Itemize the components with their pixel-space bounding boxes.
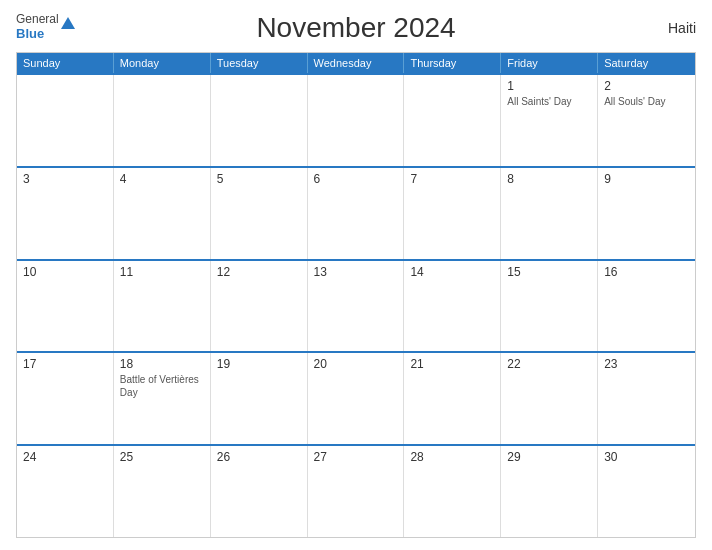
calendar-day-cell: 11 (114, 261, 211, 352)
logo: General Blue (16, 12, 75, 41)
calendar-week-row: 24252627282930 (17, 444, 695, 537)
day-number: 11 (120, 265, 204, 279)
logo-general: General (16, 12, 59, 26)
calendar-day-cell: 21 (404, 353, 501, 444)
day-number: 25 (120, 450, 204, 464)
calendar-day-cell: 18Battle of Vertières Day (114, 353, 211, 444)
day-number: 16 (604, 265, 689, 279)
weekday-header-cell: Tuesday (211, 53, 308, 73)
calendar-day-cell: 29 (501, 446, 598, 537)
calendar-day-cell: 15 (501, 261, 598, 352)
weekday-header-cell: Sunday (17, 53, 114, 73)
calendar-day-cell: 23 (598, 353, 695, 444)
calendar-day-cell (404, 75, 501, 166)
weekday-header-cell: Saturday (598, 53, 695, 73)
calendar-day-cell: 5 (211, 168, 308, 259)
logo-blue: Blue (16, 26, 59, 41)
calendar-week-row: 3456789 (17, 166, 695, 259)
day-number: 22 (507, 357, 591, 371)
day-number: 5 (217, 172, 301, 186)
calendar-day-cell: 19 (211, 353, 308, 444)
calendar-grid: SundayMondayTuesdayWednesdayThursdayFrid… (16, 52, 696, 538)
calendar-body: 1All Saints' Day2All Souls' Day345678910… (17, 73, 695, 537)
day-number: 30 (604, 450, 689, 464)
calendar-day-cell: 6 (308, 168, 405, 259)
day-number: 2 (604, 79, 689, 93)
logo-chevron-icon (61, 17, 75, 29)
calendar-day-cell: 25 (114, 446, 211, 537)
calendar-day-cell (211, 75, 308, 166)
day-number: 10 (23, 265, 107, 279)
calendar-day-cell: 10 (17, 261, 114, 352)
logo-text: General Blue (16, 12, 59, 41)
calendar-day-cell: 7 (404, 168, 501, 259)
day-number: 18 (120, 357, 204, 371)
weekday-header-cell: Wednesday (308, 53, 405, 73)
day-number: 27 (314, 450, 398, 464)
calendar-day-cell: 14 (404, 261, 501, 352)
day-event: Battle of Vertières Day (120, 373, 204, 399)
calendar-day-cell: 24 (17, 446, 114, 537)
calendar-day-cell: 12 (211, 261, 308, 352)
page: General Blue November 2024 Haiti SundayM… (0, 0, 712, 550)
day-number: 21 (410, 357, 494, 371)
day-number: 1 (507, 79, 591, 93)
calendar-day-cell: 20 (308, 353, 405, 444)
calendar-day-cell (114, 75, 211, 166)
day-number: 23 (604, 357, 689, 371)
calendar-day-cell: 17 (17, 353, 114, 444)
day-number: 26 (217, 450, 301, 464)
country-label: Haiti (668, 20, 696, 36)
calendar-day-cell: 27 (308, 446, 405, 537)
calendar-day-cell (308, 75, 405, 166)
weekday-header-cell: Monday (114, 53, 211, 73)
calendar-week-row: 1718Battle of Vertières Day1920212223 (17, 351, 695, 444)
day-number: 9 (604, 172, 689, 186)
calendar-day-cell (17, 75, 114, 166)
calendar-week-row: 1All Saints' Day2All Souls' Day (17, 73, 695, 166)
day-number: 6 (314, 172, 398, 186)
calendar-day-cell: 9 (598, 168, 695, 259)
calendar-day-cell: 3 (17, 168, 114, 259)
calendar-day-cell: 4 (114, 168, 211, 259)
calendar-header: General Blue November 2024 Haiti (16, 12, 696, 44)
weekday-header-row: SundayMondayTuesdayWednesdayThursdayFrid… (17, 53, 695, 73)
day-number: 12 (217, 265, 301, 279)
weekday-header-cell: Thursday (404, 53, 501, 73)
calendar-day-cell: 1All Saints' Day (501, 75, 598, 166)
day-number: 19 (217, 357, 301, 371)
day-number: 7 (410, 172, 494, 186)
weekday-header-cell: Friday (501, 53, 598, 73)
day-number: 14 (410, 265, 494, 279)
calendar-day-cell: 13 (308, 261, 405, 352)
calendar-day-cell: 8 (501, 168, 598, 259)
day-number: 4 (120, 172, 204, 186)
calendar-week-row: 10111213141516 (17, 259, 695, 352)
calendar-day-cell: 22 (501, 353, 598, 444)
calendar-title: November 2024 (256, 12, 455, 44)
calendar-day-cell: 26 (211, 446, 308, 537)
day-number: 28 (410, 450, 494, 464)
calendar-day-cell: 16 (598, 261, 695, 352)
day-number: 8 (507, 172, 591, 186)
calendar-day-cell: 28 (404, 446, 501, 537)
calendar-day-cell: 30 (598, 446, 695, 537)
day-event: All Souls' Day (604, 95, 689, 108)
day-event: All Saints' Day (507, 95, 591, 108)
day-number: 20 (314, 357, 398, 371)
day-number: 29 (507, 450, 591, 464)
calendar-day-cell: 2All Souls' Day (598, 75, 695, 166)
day-number: 24 (23, 450, 107, 464)
day-number: 13 (314, 265, 398, 279)
day-number: 15 (507, 265, 591, 279)
day-number: 3 (23, 172, 107, 186)
day-number: 17 (23, 357, 107, 371)
